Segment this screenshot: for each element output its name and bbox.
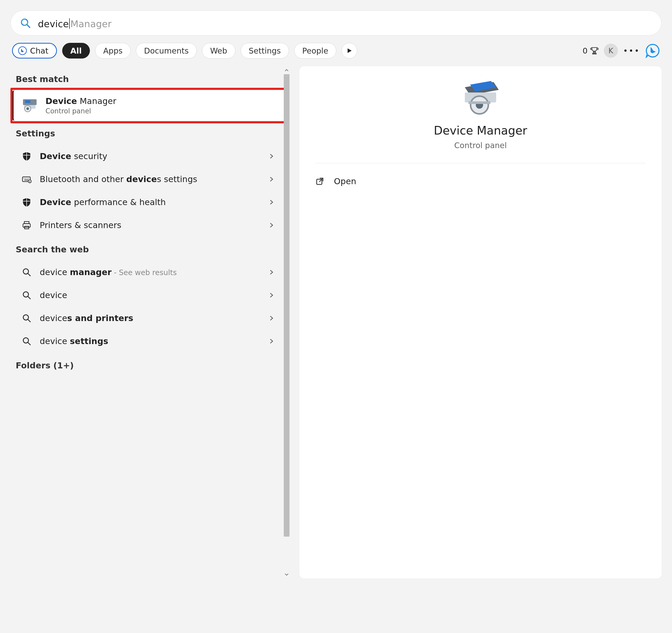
chevron-right-icon (269, 198, 274, 207)
web-item-device-settings[interactable]: device settings (10, 330, 282, 353)
settings-header: Settings (10, 121, 290, 145)
search-icon (21, 336, 32, 347)
shield-icon (21, 150, 32, 162)
filter-apps[interactable]: Apps (95, 43, 130, 58)
filter-people[interactable]: People (294, 43, 337, 58)
svg-rect-6 (25, 100, 30, 103)
chevron-right-icon (269, 221, 274, 230)
search-query-text: device Manager (38, 17, 112, 29)
scroll-up-arrow[interactable] (283, 66, 290, 74)
chevron-right-icon (269, 175, 274, 184)
filter-bar: Chat All Apps Documents Web Settings Peo… (10, 43, 662, 66)
printer-icon (21, 219, 32, 231)
more-menu[interactable]: ••• (623, 46, 640, 55)
scroll-down-arrow[interactable] (283, 570, 290, 578)
svg-rect-19 (23, 224, 30, 227)
chat-button[interactable]: Chat (12, 43, 57, 58)
svg-text:B: B (29, 180, 30, 183)
chevron-right-icon (269, 337, 274, 346)
settings-item-device-performance[interactable]: Device performance & health (10, 191, 282, 214)
chat-label: Chat (30, 46, 48, 55)
svg-line-36 (319, 178, 323, 182)
svg-line-22 (28, 273, 30, 276)
scroll-thumb[interactable] (284, 74, 289, 537)
open-label: Open (334, 176, 356, 186)
settings-item-printers-scanners[interactable]: Printers & scanners (10, 214, 282, 237)
filter-web[interactable]: Web (202, 43, 235, 58)
device-manager-large-icon (457, 79, 504, 116)
web-item-devices-printers[interactable]: devices and printers (10, 307, 282, 330)
detail-title: Device Manager (434, 124, 527, 137)
bing-icon (18, 46, 27, 55)
search-box[interactable]: device Manager (10, 10, 662, 35)
settings-item-bluetooth-devices[interactable]: B Bluetooth and other devices settings (10, 168, 282, 191)
search-icon (21, 289, 32, 301)
web-item-device[interactable]: device (10, 284, 282, 307)
text-caret (69, 18, 70, 29)
bing-chat-bubble[interactable] (645, 43, 660, 58)
folders-header: Folders (1+) (10, 353, 290, 377)
results-list: Best match Device Manager Control panel … (10, 66, 290, 578)
play-icon (346, 48, 352, 53)
detail-subtitle: Control panel (454, 141, 507, 150)
keyboard-icon: B (21, 173, 32, 185)
svg-line-1 (27, 25, 30, 27)
svg-point-9 (26, 107, 29, 110)
search-icon (20, 18, 30, 28)
detail-pane: Device Manager Control panel Open (299, 66, 662, 578)
rewards-points[interactable]: 0 (583, 46, 599, 55)
results-container: Best match Device Manager Control panel … (10, 66, 662, 578)
search-typed-text: device (38, 19, 69, 29)
scrollbar[interactable] (283, 66, 290, 578)
settings-item-device-security[interactable]: Device security (10, 145, 282, 168)
open-external-icon (315, 177, 325, 186)
device-manager-icon (21, 97, 38, 114)
search-icon (21, 313, 32, 324)
best-match-text: Device Manager Control panel (45, 96, 116, 115)
chevron-right-icon (269, 291, 274, 300)
svg-line-24 (28, 296, 30, 299)
svg-line-26 (28, 319, 30, 322)
svg-point-0 (21, 19, 28, 25)
detail-header: Device Manager Control panel (315, 79, 646, 163)
user-avatar[interactable]: K (604, 44, 618, 58)
search-autocomplete-text: Manager (70, 19, 112, 29)
chevron-right-icon (269, 268, 274, 277)
svg-line-28 (28, 342, 30, 345)
trophy-icon (590, 47, 599, 55)
best-match-result[interactable]: Device Manager Control panel (12, 90, 285, 121)
web-item-device-manager[interactable]: device manager - See web results (10, 261, 282, 284)
chevron-right-icon (269, 314, 274, 323)
svg-rect-34 (469, 101, 490, 104)
filter-documents[interactable]: Documents (136, 43, 197, 58)
svg-point-3 (591, 48, 592, 50)
shield-icon (21, 196, 32, 208)
filter-settings[interactable]: Settings (241, 43, 289, 58)
filter-all[interactable]: All (62, 43, 90, 58)
best-match-header: Best match (10, 66, 290, 90)
open-action[interactable]: Open (315, 173, 646, 190)
filter-more-play[interactable] (341, 43, 357, 58)
search-icon (21, 266, 32, 278)
search-web-header: Search the web (10, 237, 290, 261)
chevron-right-icon (269, 152, 274, 161)
svg-point-4 (597, 48, 598, 50)
points-value: 0 (583, 46, 587, 55)
